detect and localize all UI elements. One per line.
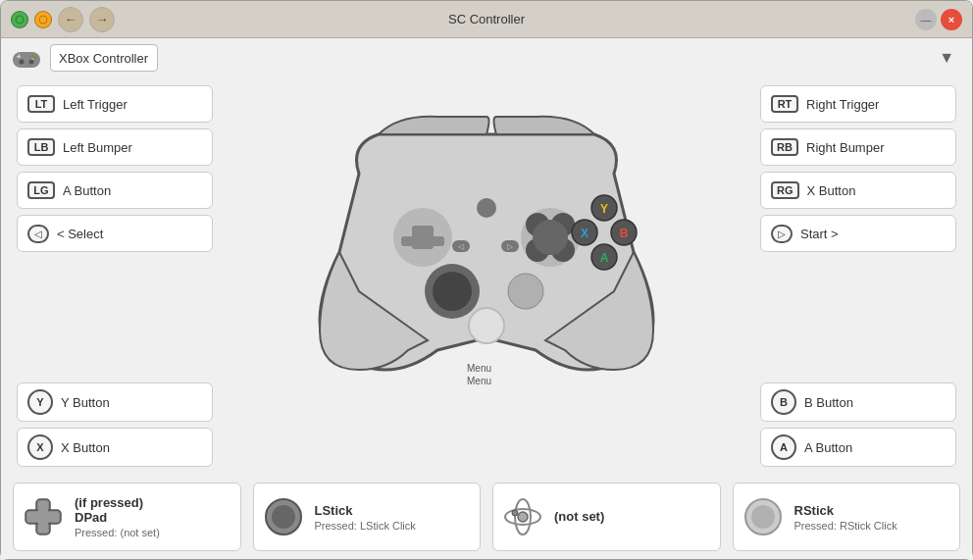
- start-button[interactable]: ▷ Start >: [760, 215, 956, 252]
- rstick-title: RStick: [794, 503, 897, 518]
- minimize-button[interactable]: —: [915, 9, 937, 30]
- titlebar: ← → SC Controller — ×: [1, 1, 972, 38]
- lb-label: Left Bumper: [63, 140, 132, 155]
- rstick-icon: [742, 495, 785, 538]
- rb-button[interactable]: RB Right Bumper: [760, 128, 956, 166]
- bottom-row: (if pressed)DPad Pressed: (not set) LSti…: [1, 475, 972, 559]
- select-button[interactable]: ◁ < Select: [17, 215, 213, 252]
- svg-point-46: [512, 510, 518, 516]
- rg-label: X Button: [807, 183, 856, 198]
- forward-button[interactable]: →: [89, 7, 115, 32]
- main-content: LT Left Trigger LB Left Bumper LG A Butt…: [1, 77, 972, 475]
- select-arrow-icon: ▼: [939, 49, 954, 67]
- lstick-subtitle: Pressed: LStick Click: [315, 520, 416, 532]
- select-badge: ◁: [27, 225, 49, 243]
- svg-point-0: [16, 16, 24, 24]
- left-panel: LT Left Trigger LB Left Bumper LG A Butt…: [17, 85, 213, 467]
- svg-rect-13: [401, 236, 444, 246]
- menu-overlay: Menu Menu: [467, 362, 491, 387]
- device-row: XBox Controller ▼: [1, 38, 972, 77]
- lb-badge: LB: [27, 138, 55, 156]
- y-badge: Y: [27, 389, 53, 415]
- rb-label: Right Bumper: [806, 140, 884, 155]
- y-label: Y Button: [61, 395, 110, 410]
- x-button-left[interactable]: X X Button: [17, 428, 213, 467]
- rg-button[interactable]: RG X Button: [760, 172, 956, 209]
- rstick-text: RStick Pressed: RStick Click: [794, 503, 897, 532]
- close-button[interactable]: ×: [941, 9, 962, 30]
- device-select[interactable]: XBox Controller: [50, 44, 158, 72]
- rt-label: Right Trigger: [806, 97, 879, 112]
- titlebar-left-buttons: ← →: [11, 7, 115, 32]
- gyro-text: (not set): [554, 509, 604, 526]
- menu-label1: Menu: [467, 362, 491, 375]
- svg-text:X: X: [581, 227, 589, 240]
- rg-badge: RG: [771, 181, 799, 199]
- dpad-card[interactable]: (if pressed)DPad Pressed: (not set): [13, 483, 241, 551]
- svg-point-42: [272, 505, 295, 529]
- window-title: SC Controller: [448, 12, 525, 26]
- svg-point-45: [518, 512, 528, 522]
- titlebar-right-buttons: — ×: [915, 9, 962, 30]
- svg-rect-40: [27, 512, 59, 522]
- y-button[interactable]: Y Y Button: [17, 382, 213, 422]
- lg-label: A Button: [63, 183, 111, 198]
- dpad-subtitle: Pressed: (not set): [75, 527, 160, 538]
- dpad-title: (if pressed)DPad: [75, 495, 160, 525]
- lt-button[interactable]: LT Left Trigger: [17, 85, 213, 123]
- svg-text:▷: ▷: [507, 242, 514, 251]
- x-badge-left: X: [27, 434, 53, 460]
- svg-point-35: [508, 274, 543, 309]
- svg-point-24: [477, 198, 496, 218]
- rt-badge: RT: [771, 95, 798, 113]
- svg-point-48: [751, 505, 775, 529]
- b-button[interactable]: B B Button: [760, 382, 956, 422]
- lg-button[interactable]: LG A Button: [17, 172, 213, 209]
- b-label: B Button: [804, 395, 853, 410]
- svg-point-34: [433, 272, 472, 311]
- b-badge: B: [771, 389, 796, 415]
- svg-rect-4: [19, 54, 21, 58]
- gyro-icon: [501, 495, 544, 538]
- traffic-green[interactable]: [11, 11, 28, 28]
- svg-text:B: B: [620, 227, 629, 240]
- start-label: Start >: [800, 227, 839, 241]
- svg-text:◁: ◁: [458, 242, 465, 251]
- lg-badge: LG: [27, 181, 55, 199]
- svg-point-10: [29, 60, 34, 65]
- svg-point-6: [33, 56, 35, 58]
- svg-point-19: [533, 220, 568, 255]
- lstick-card[interactable]: LStick Pressed: LStick Click: [253, 483, 482, 551]
- back-button[interactable]: ←: [58, 7, 83, 32]
- a-button[interactable]: A A Button: [760, 428, 956, 467]
- svg-text:Y: Y: [600, 202, 608, 216]
- select-label: < Select: [57, 227, 103, 241]
- app-window: ← → SC Controller — × XBox C: [0, 0, 973, 560]
- rstick-subtitle: Pressed: RStick Click: [794, 520, 897, 532]
- a-badge: A: [771, 434, 796, 460]
- right-panel: RT Right Trigger RB Right Bumper RG X Bu…: [760, 85, 956, 467]
- lstick-title: LStick: [315, 503, 416, 518]
- gyro-card[interactable]: (not set): [492, 483, 721, 551]
- dpad-text: (if pressed)DPad Pressed: (not set): [75, 495, 160, 538]
- menu-label2: Menu: [467, 375, 491, 387]
- controller-icon: [11, 42, 42, 74]
- lstick-text: LStick Pressed: LStick Click: [315, 503, 416, 532]
- traffic-yellow[interactable]: [34, 11, 52, 28]
- rb-badge: RB: [771, 138, 798, 156]
- svg-point-7: [28, 56, 30, 58]
- a-label: A Button: [804, 440, 852, 455]
- lb-button[interactable]: LB Left Bumper: [17, 128, 213, 166]
- device-select-wrapper: XBox Controller ▼: [50, 44, 962, 72]
- svg-point-36: [469, 308, 504, 343]
- rt-button[interactable]: RT Right Trigger: [760, 85, 956, 123]
- rstick-card[interactable]: RStick Pressed: RStick Click: [733, 483, 961, 551]
- center-panel: ◁ ▷ Y X: [223, 85, 750, 467]
- dpad-icon: [22, 495, 65, 538]
- lt-label: Left Trigger: [63, 97, 128, 112]
- gamepad-area: ◁ ▷ Y X: [300, 95, 673, 409]
- lstick-icon: [262, 495, 305, 538]
- svg-point-5: [31, 54, 33, 56]
- lt-badge: LT: [27, 95, 55, 113]
- svg-text:A: A: [600, 251, 609, 265]
